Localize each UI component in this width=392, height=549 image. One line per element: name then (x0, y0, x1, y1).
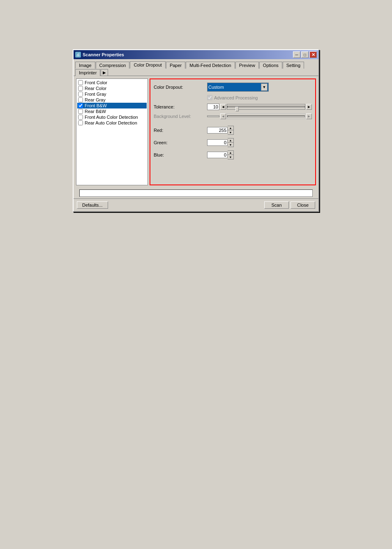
list-item-label-rear-bw: Rear B&W (85, 109, 106, 114)
color-dropout-control: Custom ▼ (207, 83, 312, 92)
dropdown-arrow-icon[interactable]: ▼ (261, 83, 267, 91)
image-type-list: Front Color Rear Color Front Gray Rear G… (76, 78, 148, 185)
color-dropout-value: Custom (208, 85, 224, 90)
checkbox-front-color[interactable] (78, 80, 83, 85)
title-bar-buttons: ─ □ ✕ (293, 51, 317, 58)
list-item-rear-gray[interactable]: Rear Gray (77, 97, 147, 103)
window-title: Scanner Properties (83, 52, 124, 57)
red-label: Red: (154, 128, 207, 133)
close-button[interactable]: Close (291, 201, 315, 209)
advanced-processing-label: Advanced Processing (214, 95, 258, 100)
blue-spin-down[interactable]: ▼ (228, 155, 233, 159)
list-item-front-color[interactable]: Front Color (77, 80, 147, 85)
checkbox-rear-auto[interactable] (78, 120, 83, 125)
tolerance-track-inner (227, 106, 305, 108)
background-level-label: Background Level: (154, 114, 207, 119)
bg-left-arrow: ◄ (220, 113, 226, 119)
red-spin-down[interactable]: ▼ (228, 130, 233, 134)
red-spin-buttons: ▲ ▼ (228, 126, 234, 135)
tolerance-label: Tolerance: (154, 104, 207, 109)
background-level-slider-container: ◄ ► (207, 113, 312, 119)
tab-setting[interactable]: Setting (283, 62, 304, 69)
bg-right-arrow: ► (306, 113, 312, 119)
blue-spin-buttons: ▲ ▼ (228, 150, 234, 159)
list-item-label-rear-gray: Rear Gray (85, 97, 106, 102)
green-label: Green: (154, 140, 207, 145)
green-spin-down[interactable]: ▼ (228, 143, 233, 147)
checkbox-rear-bw[interactable] (78, 109, 83, 114)
minimize-button[interactable]: ─ (293, 51, 300, 58)
settings-panel: Color Dropout: Custom ▼ Advanced Process… (150, 78, 316, 185)
progress-area-wrapper (74, 188, 318, 198)
tab-compression[interactable]: Compression (96, 62, 130, 69)
green-control: ▲ ▼ (207, 138, 312, 147)
checkbox-rear-gray[interactable] (78, 97, 83, 102)
background-level-value (207, 115, 219, 117)
tab-color-dropout[interactable]: Color Dropout (130, 61, 165, 69)
bottom-bar: Defaults... Scan Close (74, 198, 318, 211)
green-spin-buttons: ▲ ▼ (228, 138, 234, 147)
tab-imprinter[interactable]: Imprinter (75, 69, 100, 76)
color-dropout-dropdown[interactable]: Custom ▼ (207, 83, 269, 92)
tolerance-value: 10 (207, 104, 219, 110)
background-level-track (227, 113, 305, 119)
color-dropout-label: Color Dropout: (154, 85, 207, 90)
bg-track-inner (227, 115, 305, 117)
blue-spin: ▲ ▼ (207, 150, 236, 159)
red-control: ▲ ▼ (207, 126, 312, 135)
tab-options[interactable]: Options (259, 62, 282, 69)
list-item-front-bw[interactable]: Front B&W (77, 103, 147, 108)
list-item-rear-auto[interactable]: Rear Auto Color Detection (77, 120, 147, 126)
green-row: Green: ▲ ▼ (154, 138, 312, 147)
scan-button[interactable]: Scan (264, 201, 289, 209)
tab-more-button[interactable]: ▶ (101, 69, 108, 76)
advanced-processing-row: Advanced Processing (207, 95, 312, 100)
content-area: Front Color Rear Color Front Gray Rear G… (74, 76, 318, 188)
blue-label: Blue: (154, 152, 207, 157)
tolerance-slider-container: 10 ◄ ► (207, 104, 312, 110)
tolerance-track[interactable] (227, 104, 305, 110)
blue-spin-up[interactable]: ▲ (228, 151, 233, 155)
green-spin-up[interactable]: ▲ (228, 138, 233, 143)
tolerance-row: Tolerance: 10 ◄ ► (154, 104, 312, 110)
close-window-button[interactable]: ✕ (309, 51, 317, 58)
green-input[interactable] (207, 139, 228, 146)
list-item-label-rear-auto: Rear Auto Color Detection (85, 120, 137, 125)
tolerance-left-arrow[interactable]: ◄ (220, 104, 226, 110)
tolerance-thumb[interactable] (235, 106, 239, 111)
list-item-label-front-gray: Front Gray (85, 92, 106, 97)
tab-multifeed[interactable]: Multi-Feed Detection (186, 62, 235, 69)
red-spin-up[interactable]: ▲ (228, 126, 233, 130)
red-row: Red: ▲ ▼ (154, 126, 312, 135)
tolerance-right-arrow[interactable]: ► (306, 104, 312, 110)
checkbox-front-bw[interactable] (78, 103, 83, 108)
list-item-label-rear-color: Rear Color (85, 86, 106, 91)
defaults-button[interactable]: Defaults... (77, 201, 108, 209)
checkbox-front-auto[interactable] (78, 115, 83, 120)
advanced-processing-checkbox[interactable] (207, 95, 212, 100)
list-item-rear-bw[interactable]: Rear B&W (77, 108, 147, 114)
list-item-label-front-color: Front Color (85, 80, 107, 85)
tab-bar: Image Compression Color Dropout Paper Mu… (74, 59, 318, 76)
title-bar: 🖨 Scanner Properties ─ □ ✕ (74, 50, 318, 59)
list-item-front-gray[interactable]: Front Gray (77, 91, 147, 97)
background-level-row: Background Level: ◄ ► (154, 113, 312, 119)
checkbox-front-gray[interactable] (78, 92, 83, 97)
tab-preview[interactable]: Preview (235, 62, 259, 69)
checkbox-rear-color[interactable] (78, 86, 83, 91)
scanner-properties-window: 🖨 Scanner Properties ─ □ ✕ Image Compres… (73, 49, 319, 212)
color-dropout-row: Color Dropout: Custom ▼ (154, 83, 312, 92)
progress-bar (79, 189, 313, 197)
list-item-label-front-bw: Front B&W (85, 103, 107, 108)
red-spin: ▲ ▼ (207, 126, 236, 135)
red-input[interactable] (207, 127, 228, 134)
tab-paper[interactable]: Paper (166, 62, 185, 69)
list-item-rear-color[interactable]: Rear Color (77, 85, 147, 91)
list-item-label-front-auto: Front Auto Color Detection (85, 115, 138, 120)
blue-input[interactable] (207, 152, 228, 158)
tab-image[interactable]: Image (75, 62, 95, 69)
maximize-button[interactable]: □ (301, 51, 309, 58)
list-item-front-auto[interactable]: Front Auto Color Detection (77, 114, 147, 120)
window-icon: 🖨 (75, 52, 81, 58)
blue-row: Blue: ▲ ▼ (154, 150, 312, 159)
